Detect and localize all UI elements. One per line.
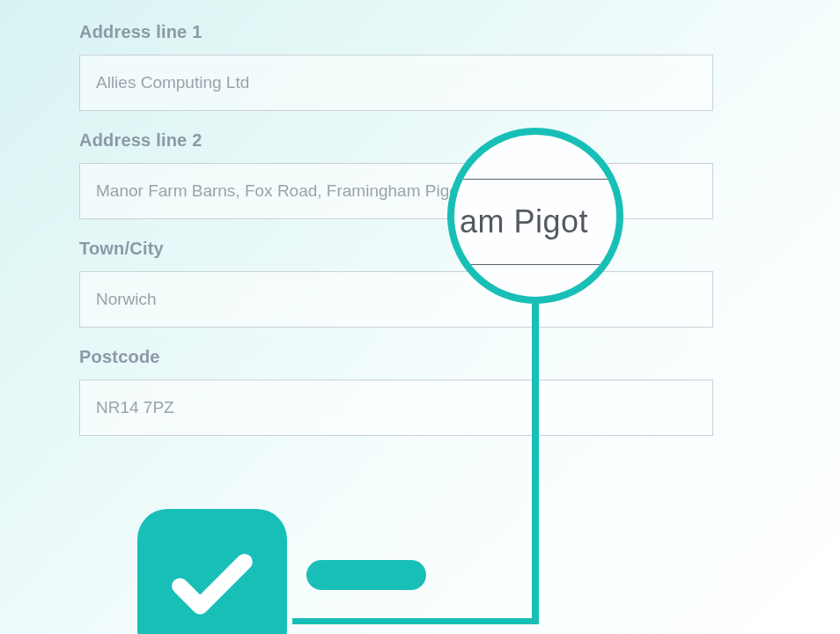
- validation-check-tile: [137, 509, 287, 634]
- field-address-line-2: Address line 2: [79, 130, 713, 219]
- label-address-line-1: Address line 1: [79, 22, 713, 42]
- field-postcode: Postcode: [79, 347, 713, 436]
- check-icon: [164, 534, 261, 634]
- input-address-line-2[interactable]: [79, 163, 713, 219]
- field-address-line-1: Address line 1: [79, 22, 713, 111]
- label-postcode: Postcode: [79, 347, 713, 367]
- field-town-city: Town/City: [79, 239, 713, 328]
- decorative-bar: [306, 560, 426, 590]
- label-address-line-2: Address line 2: [79, 130, 713, 151]
- address-form: Address line 1 Address line 2 Town/City …: [79, 22, 713, 455]
- input-town-city[interactable]: [79, 271, 713, 328]
- input-postcode[interactable]: [79, 380, 713, 436]
- label-town-city: Town/City: [79, 239, 713, 259]
- magnifier-connector: [292, 618, 539, 624]
- input-address-line-1[interactable]: [79, 55, 713, 111]
